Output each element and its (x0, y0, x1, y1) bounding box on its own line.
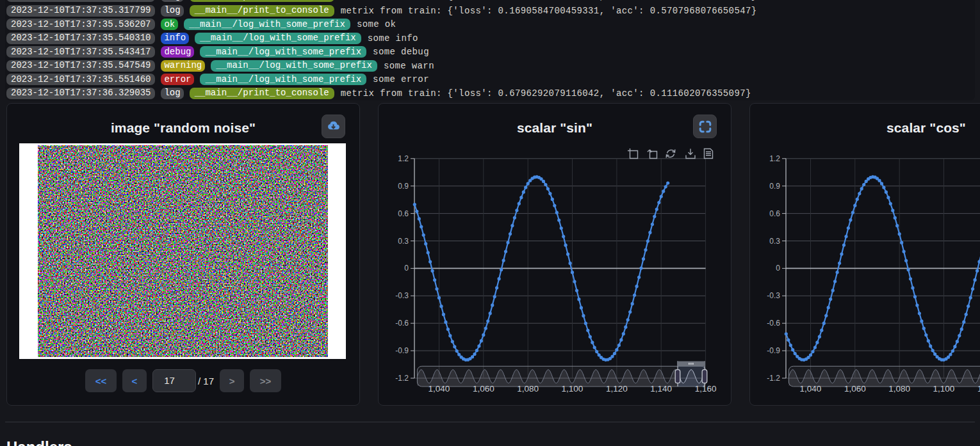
svg-text:0.6: 0.6 (398, 209, 409, 218)
svg-text:1,060: 1,060 (473, 384, 494, 394)
svg-text:1,160: 1,160 (695, 384, 717, 394)
svg-text:1,120: 1,120 (977, 384, 980, 394)
svg-text:0.6: 0.6 (769, 209, 780, 218)
svg-text:0.3: 0.3 (398, 237, 409, 246)
svg-text:1,120: 1,120 (606, 384, 628, 394)
svg-text:-0.9: -0.9 (767, 346, 780, 355)
svg-text:1,060: 1,060 (844, 384, 866, 394)
svg-text:1,100: 1,100 (562, 384, 584, 394)
svg-text:0.9: 0.9 (398, 182, 409, 191)
svg-text:-0.3: -0.3 (767, 291, 780, 300)
svg-text:-0.3: -0.3 (395, 291, 409, 300)
svg-text:1,080: 1,080 (888, 384, 910, 394)
svg-text:-0.6: -0.6 (395, 319, 409, 328)
svg-text:0.3: 0.3 (769, 237, 780, 246)
svg-text:1.2: 1.2 (769, 154, 780, 163)
svg-text:0.9: 0.9 (769, 182, 780, 191)
svg-text:1,040: 1,040 (429, 384, 450, 394)
svg-text:-1.2: -1.2 (767, 374, 780, 383)
svg-text:0: 0 (776, 264, 780, 273)
svg-text:1,100: 1,100 (933, 384, 955, 394)
svg-text:-1.2: -1.2 (395, 374, 409, 383)
svg-text:1,040: 1,040 (800, 384, 822, 394)
svg-text:1.2: 1.2 (398, 154, 409, 163)
svg-text:-0.6: -0.6 (767, 319, 780, 328)
svg-text:-0.9: -0.9 (395, 346, 409, 355)
svg-text:1,140: 1,140 (650, 384, 672, 394)
svg-text:1,080: 1,080 (517, 384, 539, 394)
svg-text:0: 0 (404, 264, 409, 273)
